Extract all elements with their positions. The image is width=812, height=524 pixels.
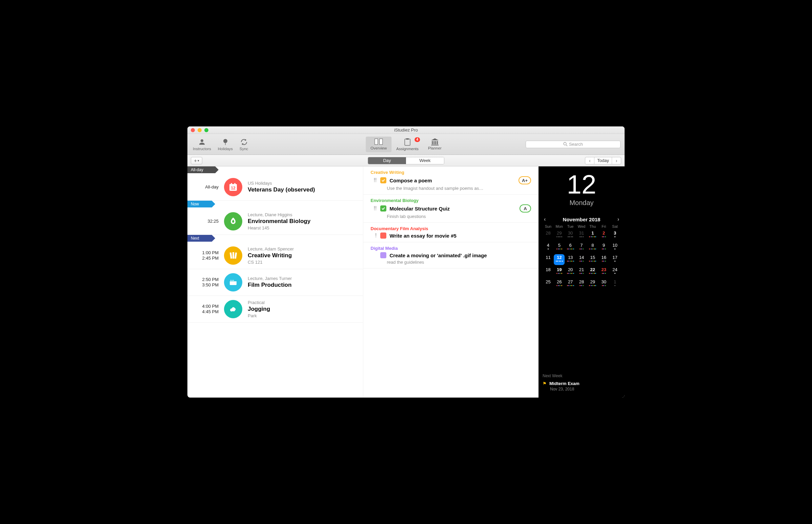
add-button[interactable]: + ▾: [191, 157, 202, 164]
tab-label: Overview: [370, 146, 387, 150]
calendar-day[interactable]: 4: [543, 242, 553, 253]
event-location: Hearst 145: [248, 225, 357, 230]
event-title: Environmental Biology: [248, 218, 357, 225]
calendar-day[interactable]: 7: [576, 242, 587, 253]
calendar-day[interactable]: 1: [610, 279, 620, 290]
assignment-item[interactable]: Creative Writing !! Compose a poem A+ Us…: [363, 166, 539, 195]
today-nav: ‹ Today ›: [585, 157, 621, 164]
today-button[interactable]: Today: [594, 157, 612, 164]
event-time: 32:25: [194, 218, 219, 224]
calendar-day[interactable]: 1: [587, 230, 598, 241]
assignment-item[interactable]: Documentary Film Analysis ! Write an ess…: [363, 223, 539, 242]
event-location: CS 121: [248, 260, 357, 265]
calendar-day[interactable]: 12: [554, 254, 565, 265]
toolbar-sync[interactable]: Sync: [238, 136, 250, 152]
schedule-event[interactable]: All-day 12 US Holidays Veterans Day (obs…: [187, 174, 363, 201]
calendar-day[interactable]: 13: [565, 254, 576, 265]
calendar-day[interactable]: 2: [598, 230, 609, 241]
subtoolbar: + ▾ Day Week ‹ Today ›: [187, 155, 625, 166]
schedule-event[interactable]: 4:00 PM4:45 PM Practical Jogging Park: [187, 296, 363, 323]
calendar-day[interactable]: 30: [565, 230, 576, 241]
seg-day[interactable]: Day: [368, 157, 406, 164]
assignment-checkbox[interactable]: [380, 232, 386, 239]
calendar-day[interactable]: 28: [576, 279, 587, 290]
section-ribbon: Now: [187, 201, 363, 208]
assignment-item[interactable]: Digital Media Create a moving or 'animat…: [363, 242, 539, 268]
calendar-day[interactable]: 28: [543, 230, 553, 241]
calendar-day[interactable]: 10: [610, 242, 620, 253]
tab-planner[interactable]: Planner: [423, 136, 446, 152]
calendar-day[interactable]: 23: [598, 266, 609, 277]
seg-week[interactable]: Week: [406, 157, 444, 164]
calendar-day[interactable]: 31: [576, 230, 587, 241]
calendar-day[interactable]: 25: [543, 279, 553, 290]
toolbar-label: Instructors: [193, 147, 211, 151]
calendar-day[interactable]: 14: [576, 254, 587, 265]
sync-icon: [240, 138, 248, 146]
tab-overview[interactable]: Overview: [366, 136, 392, 152]
calendar-day[interactable]: 30: [598, 279, 609, 290]
calendar-day[interactable]: 24: [610, 266, 620, 277]
calendar-day[interactable]: 6: [565, 242, 576, 253]
calendar-day[interactable]: 29: [587, 279, 598, 290]
priority-indicator: !!: [371, 177, 377, 183]
calendar-day[interactable]: 22: [587, 266, 598, 277]
next-week-heading: Next Week: [543, 374, 620, 378]
calendar-day[interactable]: 15: [587, 254, 598, 265]
balloon-icon: [221, 138, 229, 146]
event-time: 2:50 PM3:50 PM: [194, 277, 219, 288]
calendar-dow-row: SunMonTueWedThuFriSat: [543, 224, 620, 228]
prev-month-button[interactable]: ‹: [544, 216, 546, 222]
assignment-checkbox[interactable]: [380, 177, 386, 183]
tab-assignments[interactable]: 4 Assignments: [392, 136, 423, 152]
svg-point-0: [223, 139, 227, 143]
today-day-name: Monday: [543, 199, 620, 207]
calendar-day[interactable]: 3: [610, 230, 620, 241]
assignment-checkbox[interactable]: [380, 206, 386, 212]
assignments-column: Creative Writing !! Compose a poem A+ Us…: [363, 166, 539, 397]
calendar-day[interactable]: 11: [543, 254, 553, 265]
titlebar: iStudiez Pro: [187, 127, 625, 134]
next-week-date: Nov 23, 2018: [550, 387, 620, 392]
section-ribbon: Next: [187, 235, 363, 242]
assignment-note: Finish lab questions: [387, 214, 531, 219]
calendar-day[interactable]: 20: [565, 266, 576, 277]
next-month-button[interactable]: ›: [617, 216, 619, 222]
svg-rect-10: [232, 252, 234, 259]
calendar-day[interactable]: 27: [565, 279, 576, 290]
app-window: iStudiez Pro Instructors Holidays Sync: [187, 127, 625, 397]
search-input[interactable]: Search: [526, 141, 620, 148]
dow-label: Tue: [565, 224, 576, 228]
plus-icon: +: [194, 158, 197, 163]
svg-point-8: [234, 183, 235, 184]
event-subtitle: Lecture, Diane Higgins: [248, 212, 357, 217]
calendar-day[interactable]: 19: [554, 266, 565, 277]
view-segmented: Day Week: [368, 157, 444, 164]
toolbar-holidays[interactable]: Holidays: [217, 136, 234, 152]
next-day-button[interactable]: ›: [612, 157, 621, 164]
calendar-day[interactable]: 29: [554, 230, 565, 241]
calendar-day[interactable]: 26: [554, 279, 565, 290]
calendar-day[interactable]: 17: [610, 254, 620, 265]
dow-label: Wed: [576, 224, 587, 228]
month-label: November 2018: [563, 217, 600, 222]
next-week-item[interactable]: ⚑ Midterm Exam: [543, 381, 620, 386]
calendar-day[interactable]: 16: [598, 254, 609, 265]
assignment-checkbox[interactable]: [380, 252, 386, 258]
toolbar-instructors[interactable]: Instructors: [192, 136, 213, 152]
calendar-day[interactable]: 18: [543, 266, 553, 277]
prev-day-button[interactable]: ‹: [585, 157, 594, 164]
event-icon: [224, 246, 242, 265]
calendar-day[interactable]: 8: [587, 242, 598, 253]
schedule-event[interactable]: 32:25 Lecture, Diane Higgins Environment…: [187, 208, 363, 235]
schedule-event[interactable]: 2:50 PM3:50 PM Lecture, James Turner Fil…: [187, 269, 363, 296]
schedule-column: All-day All-day 12 US Holidays Veterans …: [187, 166, 363, 397]
calendar-day[interactable]: 21: [576, 266, 587, 277]
svg-text:12: 12: [231, 186, 235, 191]
schedule-event[interactable]: 1:00 PM2:45 PM Lecture, Adam Spencer Cre…: [187, 242, 363, 269]
assignment-item[interactable]: Environmental Biology !! Molecular Struc…: [363, 195, 539, 223]
calendar-day[interactable]: 9: [598, 242, 609, 253]
calendar-day[interactable]: 5: [554, 242, 565, 253]
chevron-left-icon: ‹: [589, 158, 591, 163]
calendar-grid: 2829303112345678910111213141516171819202…: [543, 230, 620, 290]
